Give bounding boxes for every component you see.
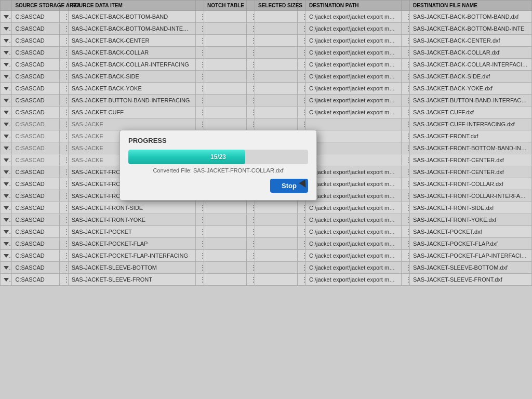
- progress-bar-container: 15/23: [128, 150, 308, 164]
- main-screen: SOURCE STORAGE AREA SOURCE DATA ITEM NOT…: [0, 0, 532, 399]
- progress-bar-text: 15/23: [210, 153, 226, 161]
- converted-file-info: Converted File: SAS-JACKET-FRONT-COLLAR.…: [128, 167, 308, 174]
- progress-bar-fill: [128, 150, 245, 164]
- converted-file-name: SAS-JACKET-FRONT-COLLAR.dxf: [193, 167, 284, 174]
- dialog-title: PROGRESS: [128, 137, 308, 144]
- progress-dialog: PROGRESS 15/23 Converted File: SAS-JACKE…: [119, 130, 317, 201]
- converted-file-label: Converted File:: [153, 167, 192, 174]
- stop-button[interactable]: Stop: [270, 179, 308, 193]
